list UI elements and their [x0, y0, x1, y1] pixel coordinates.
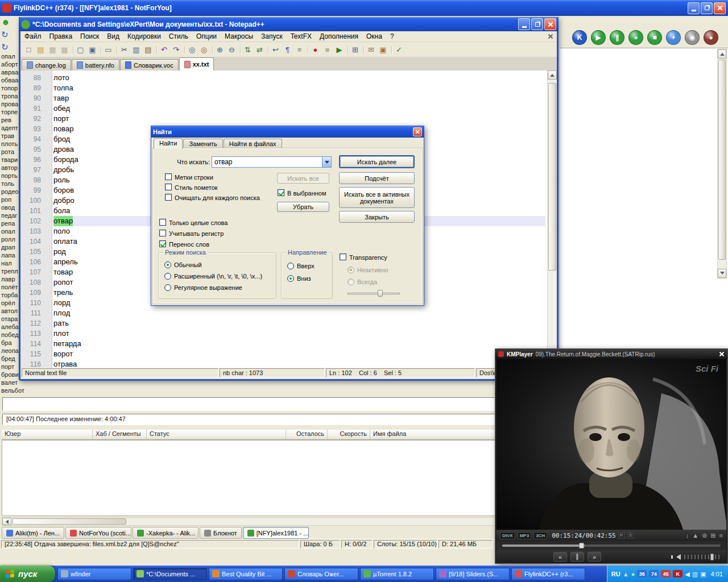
task-button[interactable]: FlylinkDC++ (r3... [511, 568, 585, 580]
hub-tab[interactable]: NotForYou (scoti... [65, 527, 131, 539]
hub-tab[interactable]: -Xakepka- - Alik... [133, 527, 198, 539]
hub-tab[interactable]: Блокнот [200, 527, 242, 539]
media-button[interactable]: ◉ [685, 30, 700, 45]
media-button[interactable]: ● [704, 30, 718, 45]
document-tab[interactable]: xx.txt [179, 57, 214, 70]
close-button[interactable] [544, 18, 556, 30]
flylink-side-icon[interactable]: ↻ [1, 43, 9, 52]
kmplayer-titlebar[interactable]: KMPlayer 09).The.Return.of.Maggie.Becket… [495, 349, 727, 359]
toolbar-icon[interactable]: ■ [322, 44, 333, 55]
editor-line[interactable]: 116 отрава [20, 359, 545, 368]
column-header[interactable]: Скорость [328, 430, 370, 440]
search-mode-radio[interactable]: Обычный [164, 260, 262, 270]
menu-item[interactable]: Окна [362, 31, 386, 41]
speaker-icon[interactable] [673, 554, 681, 560]
task-button[interactable]: Словарь Ожег... [284, 568, 358, 580]
hub-tab[interactable]: [NFY]alex1981 - ... [243, 527, 309, 539]
seek-bar[interactable] [497, 541, 726, 550]
editor-line[interactable]: 90 тавр [20, 93, 545, 103]
scroll-left-button[interactable] [2, 518, 11, 525]
scroll-down-button[interactable] [718, 269, 726, 278]
toolbar-icon[interactable]: ⊕ [214, 44, 225, 55]
editor-line[interactable]: 113 плот [20, 329, 545, 339]
mark-checkbox[interactable]: Метки строки [165, 173, 273, 181]
scroll-thumb[interactable] [13, 518, 126, 525]
toolbar-icon[interactable]: ▥ [131, 44, 142, 55]
find-next-button[interactable]: Искать далее [339, 155, 415, 168]
notepad-titlebar[interactable]: *C:\Documents and Settings\eXPert\Мои до… [19, 17, 559, 31]
document-tab[interactable]: battery.nfo [72, 59, 119, 70]
column-header[interactable]: Хаб / Сегменты [93, 430, 147, 440]
menu-item[interactable]: ? [386, 31, 398, 41]
column-header[interactable]: Юзер [2, 430, 93, 440]
toolbar-icon[interactable]: ≡ [294, 44, 305, 55]
transport-button[interactable]: » [588, 552, 601, 562]
media-button[interactable]: + [666, 30, 681, 45]
toolbar-icon[interactable]: ⊞ [350, 44, 361, 55]
toolbar-icon[interactable]: ▶ [334, 44, 345, 55]
toolbar-icon[interactable]: ▦ [47, 44, 58, 55]
column-header[interactable]: Осталось [286, 430, 328, 440]
scroll-up-button[interactable] [548, 70, 557, 80]
menu-item[interactable]: Кодировки [123, 31, 165, 41]
option-checkbox[interactable]: Учитывать регистр [159, 230, 273, 238]
transparency-radio[interactable]: Всегда [348, 277, 388, 287]
column-header[interactable]: Статус [147, 430, 286, 440]
toolbar-icon[interactable]: ↷ [171, 44, 181, 55]
menu-item[interactable]: TextFX [287, 31, 316, 41]
flylink-side-icon[interactable]: ↻ [1, 30, 9, 39]
media-button[interactable]: ▶ [591, 30, 606, 45]
combo-dropdown-button[interactable] [322, 156, 332, 168]
close-dialog-button[interactable]: Закрыть [339, 211, 415, 223]
tray-icon[interactable]: ▣ [700, 570, 706, 578]
flylink-side-icon[interactable]: ☻ [1, 18, 10, 27]
tray-badge[interactable]: 45 [661, 570, 671, 577]
toolbar-icon[interactable]: ✓ [394, 44, 404, 55]
menu-item[interactable]: Стиль [165, 31, 192, 41]
tray-icon[interactable]: ▥ [692, 570, 698, 578]
restore-button[interactable] [701, 2, 713, 14]
editor-line[interactable]: 111 плод [20, 308, 545, 318]
find-dialog-tab[interactable]: Найти в файлах [224, 139, 282, 149]
editor-scrollbar[interactable] [547, 70, 557, 368]
toolbar-icon[interactable]: ▤ [35, 44, 46, 55]
toolbar-icon[interactable]: □ [23, 44, 34, 55]
kmplayer-icon[interactable]: ↓ [686, 532, 689, 539]
find-all-button[interactable]: Искать все [277, 173, 329, 184]
editor-line[interactable]: 112 рать [20, 318, 545, 329]
tray-badge[interactable]: K [673, 570, 682, 577]
task-button[interactable]: Best Quality Bit ... [209, 568, 283, 580]
scroll-thumb[interactable] [718, 60, 726, 260]
flylink-scrollbar[interactable] [717, 49, 727, 278]
media-button[interactable]: » [628, 30, 643, 45]
count-button[interactable]: Подсчёт [339, 172, 415, 184]
search-mode-radio[interactable]: Расширенный (\n, \r, \t, \0, \x...) [164, 271, 262, 281]
hub-tab[interactable]: Aliki(tm) - Лен... [2, 527, 64, 539]
video-area[interactable]: Sci Fi [497, 359, 726, 530]
find-dialog-tab[interactable]: Найти [154, 138, 183, 149]
chat-input[interactable] [2, 397, 557, 411]
editor-line[interactable]: 91 обед [20, 103, 545, 114]
clear-marks-button[interactable]: Убрать [277, 202, 329, 212]
transport-button[interactable]: ∥ [570, 552, 584, 562]
mode-flag[interactable]: R [618, 532, 625, 539]
toolbar-icon[interactable]: ◎ [187, 44, 197, 55]
tray-badge[interactable]: 36 [637, 570, 647, 577]
kmplayer-icon[interactable]: ≡ [719, 532, 723, 539]
media-button[interactable]: K [572, 30, 587, 45]
toolbar-icon[interactable]: ✂ [119, 44, 130, 55]
start-button[interactable]: пуск [0, 566, 55, 582]
menu-item[interactable]: Вид [103, 31, 123, 41]
kmplayer-icon[interactable]: ⊞ [710, 532, 715, 539]
language-indicator[interactable]: RU [611, 571, 621, 577]
in-selection-checkbox[interactable]: В выбранном [278, 189, 326, 197]
flylink-titlebar[interactable]: FlylinkDC++ (r374) - [[NFY]alex1981 - No… [0, 0, 728, 16]
menu-item[interactable]: Поиск [76, 31, 103, 41]
editor-line[interactable]: 114 петарда [20, 339, 545, 349]
mode-flag[interactable]: S [627, 532, 634, 539]
toolbar-icon[interactable]: ↶ [159, 44, 169, 55]
toolbar-icon[interactable]: ¶ [282, 44, 293, 55]
word-list-item[interactable]: вельбот [1, 386, 26, 394]
toolbar-icon[interactable]: ▣ [87, 44, 98, 55]
find-dialog-titlebar[interactable]: Найти [151, 126, 424, 138]
